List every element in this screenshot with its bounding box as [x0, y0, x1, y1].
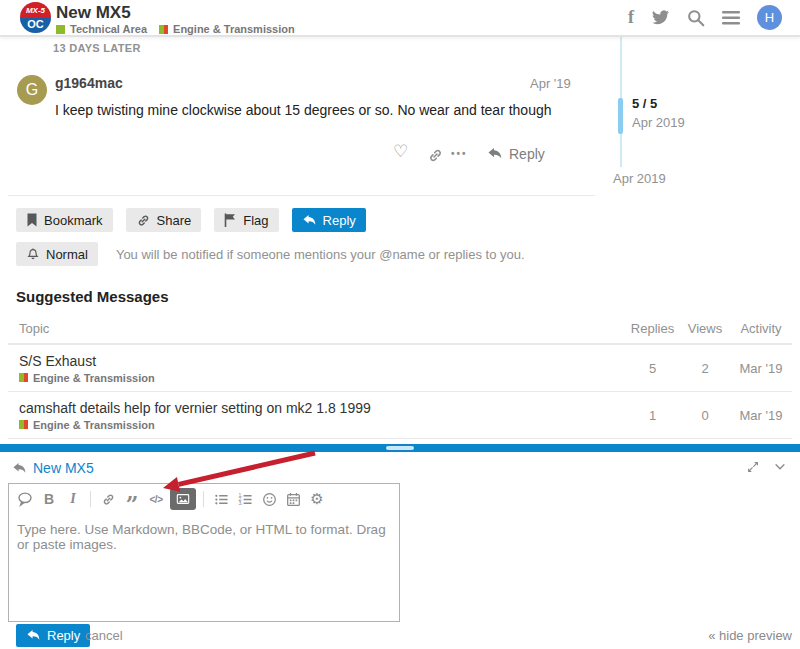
views-count: 0 — [680, 408, 730, 423]
composer-grippie[interactable] — [0, 444, 800, 452]
post-reply-button[interactable]: Reply — [487, 146, 545, 162]
timeline-current-date: Apr 2019 — [632, 115, 685, 130]
notification-controls: Normal You will be notified if someone m… — [16, 242, 525, 266]
activity-date[interactable]: Mar '19 — [730, 408, 792, 423]
code-icon[interactable]: </> — [144, 487, 168, 511]
upload-image-button[interactable] — [170, 488, 196, 510]
column-views: Views — [680, 321, 730, 336]
share-button[interactable]: Share — [126, 208, 202, 232]
emoji-icon[interactable] — [257, 487, 281, 511]
toolbar-divider — [90, 491, 91, 507]
italic-icon[interactable]: I — [61, 487, 85, 511]
bullet-list-icon[interactable] — [209, 487, 233, 511]
blockquote-icon[interactable]: ” — [120, 487, 144, 511]
activity-date[interactable]: Mar '19 — [730, 361, 792, 376]
submit-reply-button[interactable]: Reply — [16, 624, 90, 647]
svg-text:3.: 3. — [238, 500, 242, 506]
share-link-icon[interactable] — [427, 147, 444, 168]
post-date[interactable]: Apr '19 — [530, 76, 571, 91]
twitter-icon[interactable] — [651, 10, 670, 26]
hide-preview-link[interactable]: « hide preview — [708, 628, 792, 643]
numbered-list-icon[interactable]: 1.2.3. — [233, 487, 257, 511]
flag-icon — [224, 213, 237, 227]
replies-count: 1 — [625, 408, 680, 423]
subcategory-color-swatch — [19, 373, 28, 382]
views-count: 2 — [680, 361, 730, 376]
like-icon[interactable]: ♡ — [393, 144, 408, 160]
suggested-topic-link[interactable]: camshaft details help for vernier settin… — [19, 400, 625, 416]
header: MX-5 OC New MX5 Technical Area Engine & … — [0, 0, 800, 37]
composer-window-controls — [746, 460, 787, 478]
user-avatar[interactable]: H — [757, 5, 782, 30]
hyperlink-icon[interactable] — [96, 487, 120, 511]
post-reply-label: Reply — [509, 146, 545, 162]
topic-title[interactable]: New MX5 — [56, 3, 131, 23]
table-row: S/S Exhaust Engine & Transmission 5 2 Ma… — [8, 345, 792, 392]
post-body: I keep twisting mine clockwise about 15 … — [55, 102, 552, 118]
suggested-category-label: Engine & Transmission — [33, 372, 155, 384]
reply-arrow-icon — [487, 147, 503, 161]
composer-reply-to: New MX5 — [12, 460, 94, 476]
suggested-heading: Suggested Messages — [16, 288, 169, 305]
timeline-scrubber[interactable] — [618, 98, 623, 134]
image-icon — [176, 492, 190, 506]
notification-level-button[interactable]: Normal — [16, 242, 98, 266]
timeline-end-date: Apr 2019 — [613, 171, 666, 186]
suggested-topic-category[interactable]: Engine & Transmission — [19, 372, 625, 384]
flag-button[interactable]: Flag — [214, 208, 278, 232]
suggested-table: Topic Replies Views Activity S/S Exhaust… — [8, 313, 792, 439]
forum-page: MX-5 OC New MX5 Technical Area Engine & … — [0, 0, 800, 649]
reply-arrow-icon — [12, 462, 27, 475]
subcategory-color-swatch — [159, 25, 168, 34]
bookmark-button[interactable]: Bookmark — [16, 208, 113, 232]
bold-icon[interactable]: B — [37, 487, 61, 511]
category-child-label: Engine & Transmission — [173, 23, 295, 35]
site-logo[interactable]: MX-5 OC — [20, 2, 51, 33]
category-breadcrumb: Technical Area Engine & Transmission — [56, 23, 295, 35]
poster-avatar[interactable]: G — [17, 75, 47, 105]
share-label: Share — [157, 213, 192, 228]
category-technical-area[interactable]: Technical Area — [56, 23, 147, 35]
bell-icon — [26, 247, 40, 262]
bookmark-icon — [26, 213, 38, 227]
category-parent-label: Technical Area — [70, 23, 147, 35]
poster-username[interactable]: g1964mac — [55, 75, 123, 91]
column-replies: Replies — [625, 321, 680, 336]
flag-label: Flag — [243, 213, 268, 228]
fullscreen-icon[interactable] — [746, 460, 760, 478]
header-icons: f H — [628, 0, 782, 35]
topic-controls: Bookmark Share Flag Reply — [16, 208, 366, 232]
replies-count: 5 — [625, 361, 680, 376]
gear-icon[interactable]: ⚙ — [305, 487, 329, 511]
notification-level-label: Normal — [46, 247, 88, 262]
suggested-topic-category[interactable]: Engine & Transmission — [19, 419, 625, 431]
subcategory-color-swatch — [19, 420, 28, 429]
quote-post-icon[interactable] — [13, 487, 37, 511]
more-actions-icon[interactable]: ••• — [451, 148, 468, 159]
column-activity: Activity — [730, 321, 792, 336]
suggested-category-label: Engine & Transmission — [33, 419, 155, 431]
toolbar-divider — [203, 491, 204, 507]
timeline-position: 5 / 5 — [632, 96, 657, 111]
facebook-icon[interactable]: f — [628, 7, 634, 28]
logo-bottom-text: OC — [20, 18, 51, 33]
composer-editor: B I ” </> 1.2.3. ⚙ — [8, 483, 400, 622]
collapse-icon[interactable] — [773, 460, 787, 478]
link-icon — [136, 213, 151, 228]
composer-textarea[interactable] — [9, 514, 399, 618]
search-icon[interactable] — [687, 9, 705, 27]
cancel-link[interactable]: cancel — [85, 628, 123, 643]
category-engine-transmission[interactable]: Engine & Transmission — [159, 23, 295, 35]
notification-description: You will be notified if someone mentions… — [116, 247, 525, 262]
reply-topic-label: Reply — [323, 213, 356, 228]
calendar-icon[interactable] — [281, 487, 305, 511]
hamburger-menu-icon[interactable] — [722, 11, 740, 25]
composer-topic-link[interactable]: New MX5 — [33, 460, 94, 476]
column-topic: Topic — [8, 321, 625, 336]
category-color-swatch — [56, 25, 65, 34]
table-row: camshaft details help for vernier settin… — [8, 392, 792, 439]
submit-reply-label: Reply — [47, 628, 80, 643]
suggested-topic-link[interactable]: S/S Exhaust — [19, 353, 625, 369]
suggested-header-row: Topic Replies Views Activity — [8, 313, 792, 345]
reply-topic-button[interactable]: Reply — [292, 208, 366, 232]
